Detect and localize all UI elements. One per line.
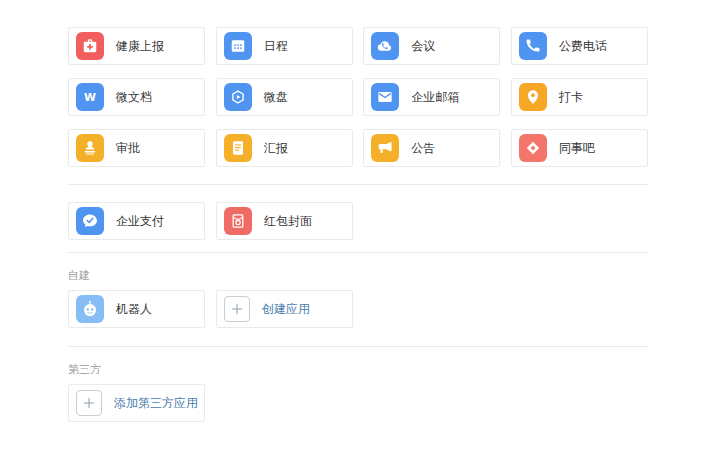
app-management-page: 健康上报 日程 会议 (0, 0, 648, 422)
location-pin-icon (519, 83, 547, 111)
app-card-announcement[interactable]: 公告 (363, 129, 500, 167)
divider (68, 252, 648, 253)
app-label: 会议 (411, 38, 435, 55)
app-card-approval[interactable]: 审批 (68, 129, 205, 167)
add-third-party-app-label: 添加第三方应用 (114, 395, 198, 412)
app-card-meeting[interactable]: 会议 (363, 27, 500, 65)
app-label: 企业支付 (116, 213, 164, 230)
pinwheel-diamond-icon (519, 134, 547, 162)
section-title-third-party: 第三方 (68, 362, 648, 377)
app-label: 企业邮箱 (411, 89, 459, 106)
wedrive-box-icon (224, 83, 252, 111)
default-apps-grid: 健康上报 日程 会议 (68, 27, 648, 180)
app-card-checkin[interactable]: 打卡 (511, 78, 648, 116)
app-label: 微盘 (264, 89, 288, 106)
add-third-party-app-button[interactable]: 添加第三方应用 (68, 384, 205, 422)
divider (68, 184, 648, 185)
phone-icon (519, 32, 547, 60)
pay-bubble-check-icon (76, 207, 104, 235)
app-card-report[interactable]: 汇报 (216, 129, 353, 167)
robot-icon (76, 295, 104, 323)
app-label: 微文档 (116, 89, 152, 106)
app-card-wedrive[interactable]: 微盘 (216, 78, 353, 116)
calendar-icon (224, 32, 252, 60)
stamp-icon (76, 134, 104, 162)
create-app-label: 创建应用 (262, 301, 310, 318)
app-label: 汇报 (264, 140, 288, 157)
app-label: 日程 (264, 38, 288, 55)
app-label: 红包封面 (264, 213, 312, 230)
health-report-icon (76, 32, 104, 60)
app-card-mail[interactable]: 企业邮箱 (363, 78, 500, 116)
app-label: 公费电话 (559, 38, 607, 55)
app-card-enterprise-pay[interactable]: 企业支付 (68, 202, 205, 240)
wedoc-w-icon: W (76, 83, 104, 111)
app-card-schedule[interactable]: 日程 (216, 27, 353, 65)
app-card-redpacket-cover[interactable]: 红包封面 (216, 202, 353, 240)
app-card-colleague-bar[interactable]: 同事吧 (511, 129, 648, 167)
third-party-row: 添加第三方应用 (68, 384, 648, 422)
document-icon (224, 134, 252, 162)
red-packet-icon (224, 207, 252, 235)
app-label: 公告 (411, 140, 435, 157)
app-label: 健康上报 (116, 38, 164, 55)
megaphone-icon (371, 134, 399, 162)
app-label: 同事吧 (559, 140, 595, 157)
plus-icon (76, 390, 102, 416)
app-card-health-report[interactable]: 健康上报 (68, 27, 205, 65)
app-label: 打卡 (559, 89, 583, 106)
svg-text:W: W (84, 91, 96, 104)
create-app-button[interactable]: 创建应用 (216, 290, 353, 328)
envelope-icon (371, 83, 399, 111)
payment-apps-row: 企业支付 红包封面 (68, 202, 648, 240)
app-card-wedoc[interactable]: W 微文档 (68, 78, 205, 116)
section-title-self-built: 自建 (68, 268, 648, 283)
app-label: 审批 (116, 140, 140, 157)
app-card-robot[interactable]: 机器人 (68, 290, 205, 328)
meeting-cloud-icon (371, 32, 399, 60)
divider (68, 346, 648, 347)
self-built-row: 机器人 创建应用 (68, 290, 648, 328)
app-card-company-phone[interactable]: 公费电话 (511, 27, 648, 65)
app-label: 机器人 (116, 301, 152, 318)
plus-icon (224, 296, 250, 322)
